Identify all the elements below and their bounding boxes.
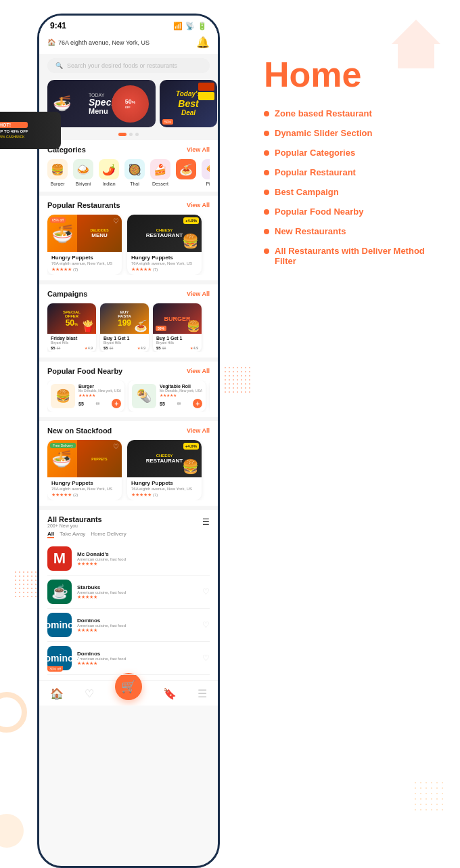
stars-2: ★★★★★ (131, 267, 152, 272)
add-to-cart-btn-1[interactable]: + (112, 399, 121, 408)
campaign-name-2: Buy 1 Get 1 (104, 336, 145, 341)
bullet-zone (264, 111, 269, 116)
category-burger[interactable]: 🍔 Burger (47, 159, 68, 186)
dominos-favorite-icon-1[interactable]: ♡ (202, 620, 210, 630)
category-biriyani[interactable]: 🍛 Biriyani (73, 159, 93, 186)
categories-row: 🍔 Burger 🍛 Biriyani 🌶️ Indian 🥘 Thai (47, 159, 210, 186)
pasta-icon: 🍝 (176, 159, 196, 179)
filter-tab-homedelivery[interactable]: Home Delivery (91, 531, 126, 538)
campaigns-title: Campaigns (47, 290, 87, 298)
nav-home[interactable]: 🏠 (50, 687, 64, 700)
restaurant-name-1: Hungry Puppets (51, 255, 118, 261)
new-stackfood-address-2: 76A eighth avenue, New York, US (131, 487, 198, 491)
category-pasta[interactable]: 🍝 Pasta (176, 159, 196, 186)
food-name-burger-1: Burger (78, 384, 121, 389)
popular-food-view-all[interactable]: View All (187, 368, 210, 374)
campaign-price-3: $5 (156, 346, 161, 350)
nav-menu[interactable]: ☰ (198, 687, 207, 700)
category-pizza[interactable]: 🍕 Pizza (202, 159, 210, 186)
nav-favorites[interactable]: ♡ (85, 687, 94, 700)
campaign-name-3: Buy 1 Get 1 (156, 336, 198, 341)
slider-dot-2[interactable] (129, 133, 133, 136)
popular-restaurants-view-all[interactable]: View All (187, 202, 210, 209)
new-on-stackfood-section: New on Stackfood View All Free Delivery … (39, 421, 218, 506)
deco-circle-bottom (0, 814, 24, 848)
all-restaurants-count: 200+ New you (47, 523, 102, 528)
restaurant-card-1[interactable]: 🍜 DELICIOUS MENU 65% off ♡ Hungry Puppet… (47, 215, 122, 275)
campaign-info-1: Friday blast Biryani Hills $5 $8 ★ 4.9 (47, 334, 96, 352)
food-item-roll[interactable]: 🌯 Vegitable Roll Mc Donalds, New york, U… (129, 381, 206, 412)
search-bar[interactable]: 🔍 Search your desired foods or restauran… (47, 58, 210, 73)
notification-bell-icon[interactable]: 🔔 (196, 36, 210, 49)
starbucks-stars: ★★★★★ (77, 594, 197, 600)
categories-view-all[interactable]: View All (187, 146, 210, 153)
dominos-info-2: Dominos American cuisine, fast food ★★★★… (77, 651, 197, 666)
home-nav-icon: 🏠 (50, 687, 64, 700)
list-item-popular-restaurant: Popular Restaurant (264, 167, 446, 177)
status-icons: 📶 📡 🔋 (173, 22, 207, 30)
favorite-heart-3[interactable]: ♡ (113, 443, 119, 450)
search-placeholder: Search your desired foods or restaurants (67, 62, 177, 69)
slider-dot-1[interactable] (118, 133, 127, 136)
phone-status-bar: 9:41 📶 📡 🔋 (39, 16, 218, 33)
food-nearby-row: 🍔 Burger Mc Donalds, New york, USA ★★★★★… (47, 381, 210, 412)
campaign-card-2[interactable]: BUYPASTA199 🍝 Buy 1 Get 1 Biryani Hills … (100, 303, 149, 352)
filter-tab-all[interactable]: All (47, 531, 54, 538)
floating-promo-banner: HOT! UP TO 40% OFF + 5% CASHBACK (0, 112, 61, 149)
new-stackfood-card-1[interactable]: Free Delivery 🍜 PUPPETS ♡ Hungry Puppets… (47, 440, 122, 500)
phone-section: HOT! UP TO 40% OFF + 5% CASHBACK 9:41 📶 … (0, 0, 257, 868)
deco-dots-left (14, 570, 41, 597)
popular-restaurants-title: Popular Restaurants (47, 201, 120, 209)
restaurant-card-2[interactable]: CHEESY RESTAURANT +4.0% 🍔 Hungry Puppets… (127, 215, 202, 275)
home-address-icon: 🏠 (47, 39, 55, 46)
list-item-dominos-2[interactable]: Domino's 30% off Dominos American cuisin… (47, 642, 210, 675)
filter-tab-takeaway[interactable]: Take Away (60, 531, 85, 538)
starbucks-logo: ☕ (47, 580, 72, 604)
campaign-bottom-3: $5 $8 ★ 4.9 (156, 346, 198, 350)
new-stackfood-view-all[interactable]: View All (187, 427, 210, 434)
nav-bookmarks[interactable]: 🔖 (163, 687, 177, 700)
biriyani-icon: 🍛 (73, 159, 93, 179)
restaurant-address-1: 76A eighth avenue, New York, US (51, 261, 118, 265)
favorite-heart-1[interactable]: ♡ (113, 217, 119, 225)
campaign-card-3[interactable]: BURGER 🍔 50% Buy 1 Get 1 Biryani Hills $… (153, 303, 202, 352)
cart-button[interactable]: 🛒 (115, 673, 142, 700)
nav-cart[interactable]: 🛒 (115, 687, 142, 700)
filter-icon[interactable]: ☰ (202, 517, 210, 527)
dominos-favorite-icon-2[interactable]: ♡ (202, 653, 210, 663)
food-price-1: $5 (78, 402, 84, 406)
campaign-stars-3: ★ (190, 346, 193, 350)
food-item-burger-1[interactable]: 🍔 Burger Mc Donalds, New york, USA ★★★★★… (47, 381, 124, 412)
add-to-cart-btn-2[interactable]: + (193, 399, 202, 408)
phone-frame: 9:41 📶 📡 🔋 🏠 76A eighth avenue, New York… (37, 14, 220, 868)
list-item-popular-food: Popular Food Nearby (264, 207, 446, 217)
dominos-stars-2: ★★★★★ (77, 661, 197, 666)
favorites-nav-icon: ♡ (85, 687, 94, 700)
bullet-all-restaurants (264, 248, 269, 254)
campaign-image-2: BUYPASTA199 🍝 (100, 303, 149, 334)
battery-icon: 🔋 (198, 22, 207, 30)
category-indian[interactable]: 🌶️ Indian (99, 159, 119, 186)
category-thai[interactable]: 🥘 Thai (124, 159, 145, 186)
new-stackfood-card-2[interactable]: CHEESY RESTAURANT +4.0% 🍔 Hungry Puppets… (127, 440, 202, 500)
campaign-name-1: Friday blast (51, 336, 93, 341)
main-banner[interactable]: 🍜 TODAY Special Menu 50%OFF (47, 80, 156, 127)
list-item-mcdonalds[interactable]: M Mc Donald's American cuisine, fast foo… (47, 542, 210, 576)
campaign-image-3: BURGER 🍔 50% (153, 303, 202, 334)
campaigns-view-all[interactable]: View All (187, 290, 210, 297)
list-item-dominos-1[interactable]: Domino's Dominos American cuisine, fast … (47, 609, 210, 642)
bullet-categories (264, 150, 269, 156)
category-dessert[interactable]: 🍰 Dessert (150, 159, 170, 186)
new-stackfood-card-1-info: Hungry Puppets 76A eighth avenue, New Yo… (47, 477, 122, 500)
popular-food-label: Popular Food Nearby (275, 207, 363, 217)
list-item-starbucks[interactable]: ☕ Starbuks American cuisine, fast food ★… (47, 576, 210, 609)
food-info-roll: Vegitable Roll Mc Donalds, New york, USA… (160, 384, 202, 408)
slider-dot-3[interactable] (135, 133, 139, 136)
side-banner[interactable]: Today'sBestDeal 50% (160, 80, 217, 127)
search-icon: 🔍 (55, 62, 63, 69)
starbucks-favorite-icon[interactable]: ♡ (202, 587, 210, 596)
new-stackfood-cards: Free Delivery 🍜 PUPPETS ♡ Hungry Puppets… (47, 440, 210, 500)
restaurant-address-2: 76A eighth avenue, New York, US (131, 261, 198, 265)
campaign-card-1[interactable]: SPECIALOFFER50% 🍟 Friday blast Biryani H… (47, 303, 96, 352)
new-stackfood-stars-2: ★★★★★ (131, 492, 152, 498)
